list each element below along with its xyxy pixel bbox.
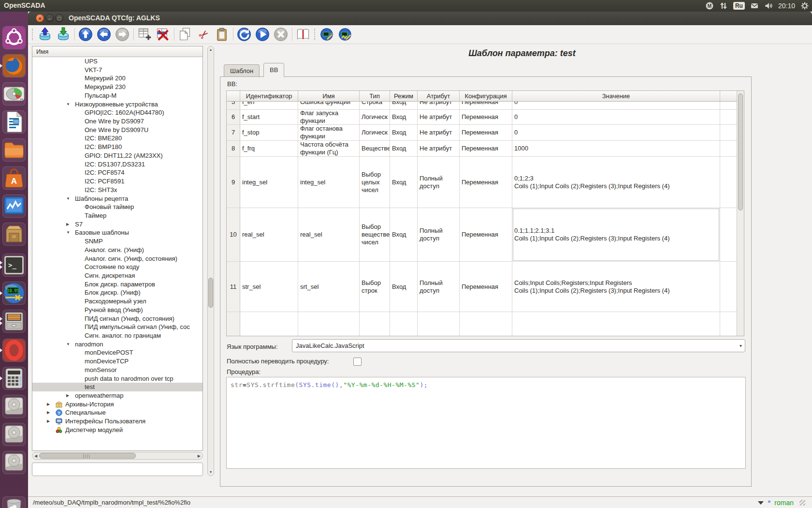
network-indicator-icon[interactable] — [719, 1, 728, 10]
collapsed-arrow-icon[interactable]: ▶ — [66, 393, 69, 398]
table-cell-filler[interactable] — [720, 110, 738, 125]
resize-grip[interactable] — [799, 500, 805, 506]
tree-item[interactable]: ПИД сигнал (Униф, состояния) — [32, 314, 203, 323]
table-cell-name[interactable]: integ_sel — [298, 157, 360, 208]
tree-scrollbar-thumb[interactable] — [208, 278, 213, 308]
table-header-filler[interactable] — [720, 91, 738, 102]
table-cell-type[interactable]: Строка — [360, 102, 390, 110]
table-column-header[interactable]: Атрибут — [418, 91, 460, 102]
table-cell-value[interactable]: Coils;Input Coils;Registers;Input Regist… — [512, 262, 720, 312]
scroll-down-icon[interactable]: ▼ — [208, 469, 214, 475]
table-cell-attr[interactable]: Полный доступ — [418, 262, 460, 312]
table-cell-mode[interactable]: Вход — [390, 110, 418, 125]
tree-item[interactable]: One Wire by DS9097 — [32, 117, 203, 126]
opera-icon[interactable] — [2, 339, 26, 362]
clock[interactable]: 20:10 — [778, 2, 795, 10]
row-number-header[interactable]: 10 — [227, 208, 240, 262]
row-number-header[interactable]: 7 — [227, 125, 240, 141]
messaging-indicator-icon[interactable]: M — [705, 1, 714, 10]
toolbar-drag-handle[interactable] — [32, 29, 35, 40]
firefox-icon[interactable] — [2, 54, 26, 77]
daq-signal-tool-button[interactable] — [338, 27, 353, 42]
tree-item[interactable]: push data to narodmon over tcp — [32, 374, 203, 383]
scroll-up-icon[interactable]: ▲ — [208, 47, 214, 53]
tree-item[interactable]: VKT-7 — [32, 66, 203, 75]
row-number-header[interactable]: 6 — [227, 110, 240, 125]
expanded-arrow-icon[interactable]: ▼ — [66, 196, 70, 201]
workbench-icon[interactable] — [2, 223, 26, 246]
table-cell-value[interactable]: 1000 — [512, 141, 720, 157]
mail-indicator-icon[interactable] — [750, 1, 759, 10]
table-cell-attr[interactable]: Не атрибут — [418, 110, 460, 125]
disk-usage-icon[interactable] — [2, 82, 26, 105]
procedure-code-editor[interactable]: str=SYS.strftime(SYS.time(),"%Y-%m-%d-%H… — [226, 377, 746, 469]
tree-item[interactable]: Аналог. сигн. (Униф) — [32, 246, 203, 254]
keyboard-layout-indicator[interactable]: Ru — [733, 2, 745, 10]
tree-header-name[interactable]: Имя — [32, 46, 203, 57]
harddisk-icon[interactable] — [2, 395, 26, 418]
table-cell-name[interactable]: srt_sel — [298, 262, 360, 312]
software-icon[interactable]: A — [2, 166, 26, 190]
tree-item[interactable]: monDeviceTCP — [32, 357, 203, 366]
tree-item[interactable]: I2C: BMP180 — [32, 143, 203, 151]
table-cell-cfg[interactable]: Переменная — [460, 208, 512, 262]
table-cell-attr[interactable]: Не атрибут — [418, 141, 460, 157]
table-cell-name[interactable]: Ошибка функции — [298, 102, 360, 110]
window-titlebar[interactable]: × – ▢ OpenSCADA QTCfg: AGLKS — [28, 12, 812, 25]
tree-item[interactable]: I2C: PCF8591 — [32, 177, 203, 186]
table-cell-type[interactable]: Выбор строк — [360, 262, 390, 312]
tree-item[interactable]: I2C: PCF8574 — [32, 168, 203, 177]
tree-item[interactable]: I2C: BME280 — [32, 134, 203, 143]
harddisk-icon[interactable] — [2, 451, 26, 474]
table-vertical-scrollbar[interactable] — [737, 91, 744, 336]
table-cell-value[interactable]: 0 — [512, 110, 720, 125]
table-cell-mode[interactable]: Вход — [390, 208, 418, 262]
table-column-header[interactable]: Конфигурация — [460, 91, 512, 102]
collapsed-arrow-icon[interactable]: ▶ — [66, 222, 69, 226]
tree-item[interactable]: GPIO: DHT11,22 (AM23XX) — [32, 151, 203, 160]
tree-item[interactable]: ▼Низкоуровневые устройства — [32, 100, 203, 109]
tree-item[interactable]: ПИД импульсный сигнал (Униф, сос — [32, 323, 203, 331]
table-scrollbar-thumb[interactable] — [738, 93, 743, 210]
daq-template-tool-button[interactable] — [320, 27, 334, 42]
table-cell-filler[interactable] — [720, 262, 738, 312]
tree-item-selected[interactable]: test — [32, 383, 203, 391]
tree-item[interactable]: Блок дискр. параметров — [32, 280, 203, 289]
table-cell-value[interactable]: 0 — [512, 102, 720, 110]
table-cell-attr[interactable]: Не атрибут — [418, 125, 460, 141]
window-maximize-button[interactable]: ▢ — [55, 14, 63, 22]
tree-item[interactable]: Меркурий 200 — [32, 74, 203, 83]
tree-item[interactable]: Сигн. дискретная — [32, 271, 203, 280]
cut-item-button[interactable]: ✂ — [196, 27, 211, 42]
delete-item-button[interactable] — [156, 27, 170, 42]
window-minimize-button[interactable]: – — [45, 14, 54, 22]
tree-item[interactable]: Таймер — [32, 211, 203, 220]
table-cell-mode[interactable]: Вход — [390, 102, 418, 110]
table-cell-mode[interactable]: Вход — [390, 141, 418, 157]
table-cell-mode[interactable]: Вход — [390, 157, 418, 208]
session-gear-icon[interactable] — [800, 1, 809, 10]
scroll-left-icon[interactable]: ◀ — [34, 453, 37, 459]
table-column-header[interactable]: Идентификатор — [240, 91, 298, 102]
table-cell-mode[interactable]: Вход — [390, 262, 418, 312]
go-up-button[interactable] — [78, 27, 93, 42]
tree-item[interactable]: ▶?Специальные — [32, 408, 203, 417]
save-to-db-button[interactable] — [56, 27, 71, 42]
table-column-header[interactable] — [227, 91, 240, 102]
table-cell-type[interactable]: Выбор веществе чисел — [360, 208, 390, 262]
tree-item[interactable]: I2C: DS1307,DS3231 — [32, 160, 203, 169]
expanded-arrow-icon[interactable]: ▼ — [66, 102, 70, 106]
reload-button[interactable] — [237, 27, 251, 42]
table-column-header[interactable]: Режим — [390, 91, 418, 102]
table-cell-empty[interactable] — [240, 312, 298, 336]
table-cell-attr[interactable]: Полный доступ — [418, 157, 460, 208]
tree-item[interactable]: One Wire by DS9097U — [32, 126, 203, 134]
tree-item[interactable]: Пульсар-М — [32, 91, 203, 100]
table-cell-filler[interactable] — [720, 157, 738, 208]
table-cell-cfg[interactable]: Переменная — [460, 102, 512, 110]
tree-item[interactable]: monDevicePOST — [32, 348, 203, 357]
combo-dropdown-icon[interactable]: ▾ — [740, 340, 742, 352]
tree-item[interactable]: ▼Базовые шаблоны — [32, 228, 203, 237]
stop-button[interactable] — [274, 27, 288, 42]
trash-icon[interactable] — [2, 496, 26, 508]
